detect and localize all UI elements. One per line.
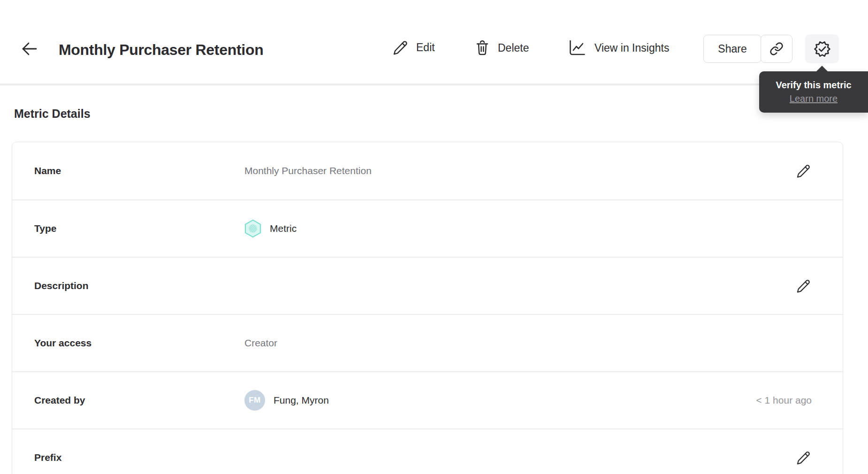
share-label: Share — [718, 43, 746, 55]
detail-row-description: Description — [12, 257, 843, 314]
tooltip-arrow — [816, 66, 828, 72]
detail-row-name: Name Monthly Purchaser Retention — [12, 142, 843, 199]
delete-label: Delete — [498, 42, 529, 54]
detail-row-created-by: Created by FM Fung, Myron < 1 hour ago — [12, 371, 843, 428]
edit-prefix-button[interactable] — [795, 449, 812, 466]
your-access-label: Your access — [34, 337, 244, 349]
pencil-icon — [796, 450, 811, 465]
pencil-icon — [796, 278, 811, 293]
name-label: Name — [34, 165, 244, 176]
tooltip-title: Verify this metric — [765, 79, 862, 91]
verified-badge-icon — [814, 40, 831, 58]
created-by-value: Fung, Myron — [274, 395, 329, 406]
edit-label: Edit — [416, 41, 435, 54]
detail-row-prefix: Prefix — [12, 428, 843, 474]
delete-button[interactable]: Delete — [475, 39, 529, 56]
type-label: Type — [34, 223, 244, 234]
edit-description-button[interactable] — [795, 277, 812, 294]
learn-more-link[interactable]: Learn more — [790, 93, 838, 104]
created-timestamp: < 1 hour ago — [756, 395, 812, 406]
edit-name-button[interactable] — [795, 162, 812, 179]
verify-metric-tooltip: Verify this metric Learn more — [759, 71, 868, 113]
metric-details-heading: Metric Details — [14, 107, 868, 121]
detail-row-your-access: Your access Creator — [12, 314, 843, 371]
avatar: FM — [244, 390, 265, 411]
line-chart-icon — [568, 39, 586, 56]
arrow-left-icon — [22, 42, 38, 55]
detail-row-type: Type Metric — [12, 199, 843, 257]
back-button[interactable] — [20, 40, 39, 57]
view-in-insights-button[interactable]: View in Insights — [568, 39, 669, 56]
name-value: Monthly Purchaser Retention — [244, 165, 372, 176]
type-value: Metric — [270, 223, 297, 234]
metric-hexagon-icon — [244, 219, 261, 238]
page-title: Monthly Purchaser Retention — [59, 41, 263, 59]
prefix-label: Prefix — [34, 452, 244, 463]
metric-details-card: Name Monthly Purchaser Retention Type — [12, 142, 843, 474]
trash-icon — [475, 39, 490, 56]
copy-link-button[interactable] — [761, 35, 792, 63]
created-by-label: Created by — [34, 395, 244, 406]
verify-metric-button[interactable] — [805, 34, 839, 63]
pencil-icon — [392, 39, 408, 55]
link-icon — [769, 42, 784, 56]
edit-button[interactable]: Edit — [392, 39, 435, 55]
description-label: Description — [34, 280, 244, 291]
share-button[interactable]: Share — [703, 35, 761, 63]
pencil-icon — [796, 163, 811, 178]
your-access-value: Creator — [244, 337, 277, 349]
view-in-insights-label: View in Insights — [594, 42, 669, 54]
page-header: Monthly Purchaser Retention Edit Delete — [0, 0, 868, 85]
